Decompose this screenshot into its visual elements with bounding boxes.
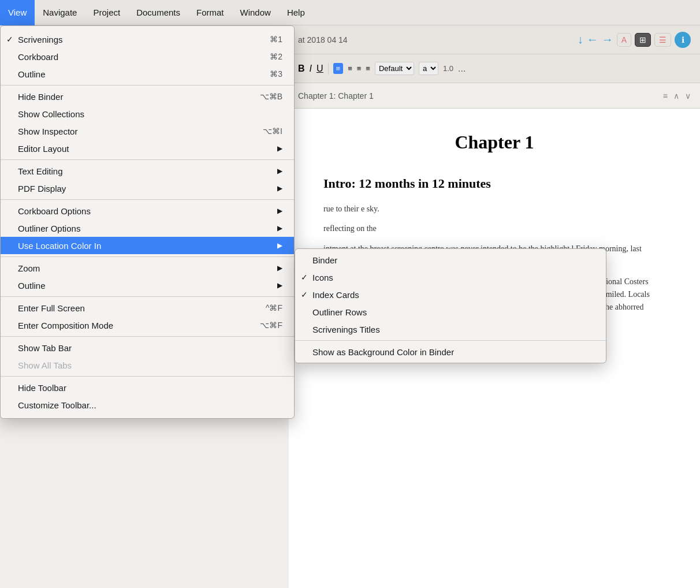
index-cards-submenu-item[interactable]: ✓ Index Cards <box>295 286 606 303</box>
down-icon: ∨ <box>685 91 691 101</box>
menu-view[interactable]: View <box>0 0 35 25</box>
show-all-tabs-item[interactable]: Show All Tabs <box>1 356 294 374</box>
line-height-label: 1.0 <box>443 64 453 73</box>
align-center-btn[interactable]: ≡ <box>348 64 352 73</box>
text-view-btn[interactable]: A <box>617 33 631 47</box>
show-inspector-shortcut: ⌥⌘I <box>263 126 282 136</box>
menu-format[interactable]: Format <box>188 0 232 25</box>
scrivenings-shortcut: ⌘1 <box>270 35 282 44</box>
customize-toolbar-item[interactable]: Customize Toolbar... <box>1 396 294 414</box>
pdf-display-label: PDF Display <box>18 184 273 193</box>
font-select[interactable]: a <box>419 62 438 75</box>
outline-item-2[interactable]: Outline ▶ <box>1 277 294 294</box>
menu-bar: View Navigate Project Documents Format W… <box>0 0 700 25</box>
menu-project[interactable]: Project <box>85 0 128 25</box>
outliner-options-item[interactable]: Outliner Options ▶ <box>1 219 294 237</box>
scrivenings-item[interactable]: ✓ Scrivenings ⌘1 <box>1 31 294 48</box>
text-editing-item[interactable]: Text Editing ▶ <box>1 162 294 180</box>
menu-window[interactable]: Window <box>232 0 279 25</box>
more-btn[interactable]: ... <box>458 64 466 74</box>
up-icon: ∧ <box>673 91 679 101</box>
menu-documents[interactable]: Documents <box>128 0 188 25</box>
app-window: View Navigate Project Documents Format W… <box>0 0 700 588</box>
info-btn[interactable]: ℹ <box>675 32 691 48</box>
icons-submenu-item[interactable]: ✓ Icons <box>295 269 606 286</box>
screen-section: Enter Full Screen ^⌘F Enter Composition … <box>1 297 294 337</box>
index-cards-submenu-label: Index Cards <box>312 290 594 300</box>
enter-composition-label: Enter Composition Mode <box>18 321 260 330</box>
body-para-1: rue to their e sky. <box>323 203 665 215</box>
align-right-btn[interactable]: ≡ <box>357 64 362 73</box>
breadcrumb: Chapter 1: Chapter 1 <box>298 91 374 101</box>
align-justify-btn[interactable]: ≡ <box>366 64 370 73</box>
editor-layout-item[interactable]: Editor Layout ▶ <box>1 140 294 157</box>
show-tab-bar-item[interactable]: Show Tab Bar <box>1 339 294 356</box>
zoom-item[interactable]: Zoom ▶ <box>1 259 294 277</box>
align-left-btn[interactable]: ≡ <box>333 63 344 74</box>
enter-composition-shortcut: ⌥⌘F <box>260 321 282 330</box>
show-background-color-item[interactable]: Show as Background Color in Binder <box>295 343 606 360</box>
outline-view-btn[interactable]: ☰ <box>654 33 671 47</box>
outliner-rows-submenu-item[interactable]: Outliner Rows <box>295 303 606 321</box>
scrivenings-check: ✓ <box>6 35 13 44</box>
binder-submenu-item[interactable]: Binder <box>295 251 606 269</box>
hide-binder-item[interactable]: Hide Binder ⌥⌘B <box>1 88 294 105</box>
section-title: Intro: 12 months in 12 minutes <box>323 176 665 191</box>
outline-item[interactable]: Outline ⌘3 <box>1 65 294 83</box>
menu-navigate[interactable]: Navigate <box>35 0 85 25</box>
left-arrow-btn[interactable]: ← <box>587 33 598 46</box>
corkboard-view-btn[interactable]: ⊞ <box>635 33 651 47</box>
zoom-arrow: ▶ <box>277 264 282 272</box>
editor-layout-label: Editor Layout <box>18 144 273 154</box>
use-location-color-item[interactable]: Use Location Color In ▶ <box>1 237 294 254</box>
pdf-display-arrow: ▶ <box>277 184 282 192</box>
corkboard-options-label: Corkboard Options <box>18 206 273 216</box>
editor-header: Chapter 1: Chapter 1 ≡ ∧ ∨ <box>289 83 700 109</box>
down-arrow-btn[interactable]: ↓ <box>578 33 583 46</box>
icons-check: ✓ <box>301 273 308 282</box>
text-editing-arrow: ▶ <box>277 167 282 175</box>
use-location-color-label: Use Location Color In <box>18 241 273 251</box>
outliner-rows-submenu-label: Outliner Rows <box>312 307 594 317</box>
outline-row-container: Outline ⌘3 <box>1 65 294 83</box>
enter-composition-item[interactable]: Enter Composition Mode ⌥⌘F <box>1 317 294 334</box>
body-para-2: reflecting on the <box>323 222 665 235</box>
bold-btn[interactable]: B <box>298 64 305 74</box>
right-arrow-btn[interactable]: → <box>602 33 613 46</box>
binder-submenu-label: Binder <box>312 255 594 265</box>
underline-btn[interactable]: U <box>317 64 323 74</box>
outliner-options-arrow: ▶ <box>277 224 282 232</box>
divider <box>328 63 329 75</box>
show-collections-item[interactable]: Show Collections <box>1 105 294 122</box>
view-dropdown-menu: ✓ Scrivenings ⌘1 Corkboard ⌘2 Outline ⌘3 <box>0 25 295 419</box>
corkboard-item[interactable]: Corkboard ⌘2 <box>1 48 294 65</box>
enter-fullscreen-label: Enter Full Screen <box>18 303 266 313</box>
display-section: Text Editing ▶ PDF Display ▶ <box>1 160 294 200</box>
options-section: Corkboard Options ▶ Outliner Options ▶ U… <box>1 200 294 257</box>
tab-section: Show Tab Bar Show All Tabs <box>1 337 294 377</box>
show-collections-label: Show Collections <box>18 109 282 119</box>
enter-fullscreen-shortcut: ^⌘F <box>266 303 282 312</box>
zoom-label: Zoom <box>18 263 273 273</box>
hide-binder-label: Hide Binder <box>18 92 260 102</box>
pdf-display-item[interactable]: PDF Display ▶ <box>1 180 294 197</box>
outline-label: Outline <box>18 69 270 79</box>
zoom-section: Zoom ▶ Outline ▶ <box>1 257 294 297</box>
corkboard-options-item[interactable]: Corkboard Options ▶ <box>1 202 294 219</box>
style-select[interactable]: Default <box>375 62 414 75</box>
corkboard-row-container: Corkboard ⌘2 <box>1 48 294 65</box>
scrivenings-titles-submenu-item[interactable]: Scrivenings Titles <box>295 321 606 338</box>
outliner-options-label: Outliner Options <box>18 224 273 233</box>
hide-toolbar-label: Hide Toolbar <box>18 383 282 393</box>
submenu-divider <box>295 340 606 341</box>
hide-toolbar-item[interactable]: Hide Toolbar <box>1 379 294 396</box>
location-color-submenu: Binder ✓ Icons ✓ Index Cards Outliner Ro… <box>295 248 606 363</box>
toolbar: at 2018 04 14 ↓ ← → A ⊞ ☰ ℹ <box>289 25 700 54</box>
scrivenings-row-container: ✓ Scrivenings ⌘1 <box>1 31 294 48</box>
menu-help[interactable]: Help <box>279 0 313 25</box>
italic-btn[interactable]: I <box>310 64 312 74</box>
index-cards-check: ✓ <box>301 290 308 299</box>
outline-arrow-2: ▶ <box>277 281 282 289</box>
enter-fullscreen-item[interactable]: Enter Full Screen ^⌘F <box>1 299 294 317</box>
show-inspector-item[interactable]: Show Inspector ⌥⌘I <box>1 122 294 140</box>
